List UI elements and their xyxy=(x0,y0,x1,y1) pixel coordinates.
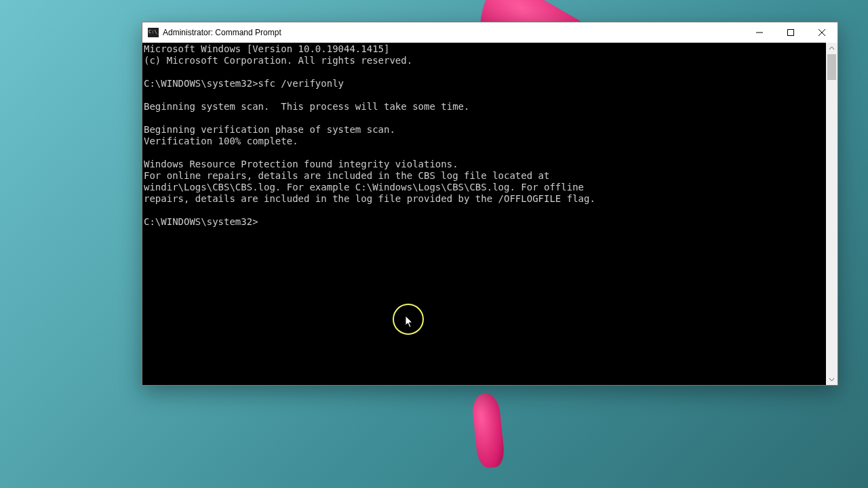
cmd-icon xyxy=(148,28,159,37)
chevron-up-icon xyxy=(829,45,835,52)
console-output[interactable]: Microsoft Windows [Version 10.0.19044.14… xyxy=(142,43,826,385)
maximize-icon xyxy=(787,29,794,36)
close-button[interactable] xyxy=(806,22,837,43)
maximize-button[interactable] xyxy=(775,22,806,43)
scrollbar-track[interactable] xyxy=(826,54,837,373)
command-prompt-window: Administrator: Command Prompt Microsoft … xyxy=(142,22,838,386)
scroll-up-button[interactable] xyxy=(826,43,837,54)
scroll-down-button[interactable] xyxy=(826,373,837,385)
svg-rect-0 xyxy=(788,30,794,36)
scrollbar[interactable] xyxy=(826,43,837,385)
window-title: Administrator: Command Prompt xyxy=(163,28,281,37)
minimize-icon xyxy=(756,29,763,36)
desktop: Administrator: Command Prompt Microsoft … xyxy=(0,0,868,488)
close-icon xyxy=(818,29,825,36)
minimize-button[interactable] xyxy=(744,22,775,43)
chevron-down-icon xyxy=(829,376,835,382)
window-controls xyxy=(744,22,837,43)
console-area: Microsoft Windows [Version 10.0.19044.14… xyxy=(142,43,837,385)
titlebar[interactable]: Administrator: Command Prompt xyxy=(142,22,837,43)
wallpaper-petal xyxy=(471,392,505,469)
scrollbar-thumb[interactable] xyxy=(827,54,836,80)
